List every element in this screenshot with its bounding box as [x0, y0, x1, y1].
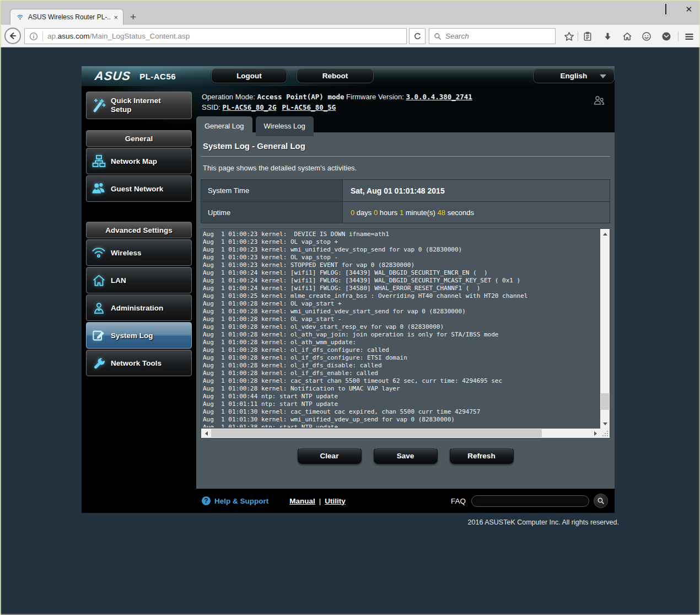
system-log-icon — [87, 328, 111, 343]
scroll-down-icon[interactable] — [600, 419, 610, 429]
browser-chrome: ASUS Wireless Router PL-... × + ✕ ap.asu… — [0, 0, 700, 47]
sidebar-item-system-log[interactable]: System Log — [86, 322, 192, 349]
sidebar-item-administration[interactable]: Administration — [86, 295, 192, 321]
router-ui: ASUS PL-AC56 Logout Reboot English — [82, 66, 615, 513]
sidebar-item-label: LAN — [111, 276, 126, 285]
system-log-textarea[interactable]: Aug 1 01:00:23 kernel: DEVICE IS DOWN if… — [201, 228, 610, 438]
firmware-label: Firmware Version: — [344, 93, 406, 101]
tab-general-log[interactable]: General Log — [196, 116, 252, 136]
sidebar-item-wireless[interactable]: Wireless — [86, 239, 192, 266]
browser-tab[interactable]: ASUS Wireless Router PL-... × — [10, 9, 123, 25]
sidebar-item-label: System Log — [111, 331, 153, 340]
sidebar-section-advanced-settings: Advanced Settings — [86, 222, 192, 238]
toolbar-separator — [678, 31, 679, 41]
uptime-value: 0 days 0 hours 1 minute(s) 48 seconds — [342, 202, 610, 223]
magic-wand-icon — [87, 97, 111, 114]
pocket-icon[interactable] — [661, 31, 672, 42]
tab-close-icon[interactable]: × — [114, 13, 118, 22]
url-text: ap.asus.com/Main_LogStatus_Content.asp — [47, 32, 190, 40]
clear-button[interactable]: Clear — [298, 447, 362, 464]
faq-search-button[interactable] — [594, 494, 608, 508]
save-button[interactable]: Save — [374, 447, 438, 464]
uptime-text: minute(s) — [403, 208, 437, 217]
feedback-smiley-icon[interactable] — [641, 31, 652, 42]
sidebar-item-label: Network Tools — [111, 359, 161, 367]
horizontal-scroll-thumb[interactable] — [211, 429, 542, 437]
scroll-up-icon[interactable] — [600, 229, 610, 238]
system-time-label: System Time — [201, 180, 342, 201]
reading-list-icon[interactable] — [582, 31, 593, 42]
site-info-icon[interactable] — [29, 32, 38, 41]
horizontal-scrollbar[interactable] — [201, 429, 600, 438]
ssid-5g-link[interactable]: PL-AC56_80_5G — [282, 103, 336, 111]
sidebar-item-lan[interactable]: LAN — [86, 267, 192, 293]
section-title: Advanced Settings — [105, 226, 173, 234]
vertical-scrollbar[interactable] — [600, 229, 610, 429]
sidebar-item-quick-internet-setup[interactable]: Quick Internet Setup — [86, 92, 192, 119]
ssid-label: SSID: — [202, 103, 223, 111]
browser-search[interactable] — [429, 28, 556, 44]
tab-wireless-log[interactable]: Wireless Log — [256, 116, 314, 136]
url-bar[interactable]: ap.asus.com/Main_LogStatus_Content.asp — [24, 28, 407, 44]
utility-link[interactable]: Utility — [325, 497, 346, 505]
close-button[interactable]: ✕ — [685, 6, 692, 13]
search-input[interactable] — [445, 32, 551, 40]
uptime-minutes: 1 — [400, 208, 403, 217]
uptime-seconds: 48 — [438, 208, 445, 217]
firmware-version-link[interactable]: 3.0.0.4.380_2741 — [406, 93, 472, 101]
copyright-text: 2016 ASUSTeK Computer Inc. All rights re… — [468, 518, 619, 526]
manual-link[interactable]: Manual — [289, 497, 315, 505]
bookmark-star-icon[interactable] — [563, 31, 574, 42]
page-background: ASUS PL-AC56 Logout Reboot English — [0, 47, 700, 615]
log-tabs: General Log Wireless Log — [196, 116, 615, 136]
language-value: English — [561, 72, 588, 80]
home-icon[interactable] — [622, 31, 633, 42]
search-icon — [597, 497, 605, 505]
system-time-value: Sat, Aug 01 01:01:48 2015 — [342, 180, 610, 201]
logout-button[interactable]: Logout — [211, 68, 287, 83]
help-question-icon: ? — [202, 496, 211, 505]
sidebar-item-network-map[interactable]: Network Map — [86, 148, 192, 174]
scroll-right-icon[interactable] — [591, 429, 600, 438]
section-title: General — [125, 135, 153, 143]
url-subdomain: ap. — [47, 32, 58, 40]
clients-icon — [593, 95, 606, 106]
toolbar-separator — [578, 31, 578, 41]
device-status: Operation Mode: Access Point(AP) mode Fi… — [196, 86, 615, 113]
downloads-icon[interactable] — [602, 31, 613, 42]
reload-button[interactable] — [409, 28, 426, 44]
admin-person-icon — [87, 301, 111, 315]
ssid-2g-link[interactable]: PL-AC56_80_2G — [223, 103, 277, 111]
operation-mode-value: Access Point(AP) mode — [257, 93, 344, 101]
menu-hamburger-icon[interactable] — [683, 31, 694, 42]
refresh-button[interactable]: Refresh — [450, 447, 514, 464]
chevron-down-icon — [600, 74, 606, 82]
uptime-text: days — [354, 208, 374, 217]
vertical-scroll-thumb[interactable] — [601, 393, 609, 410]
page-description: This page shows the detailed system's ac… — [203, 164, 608, 172]
url-domain: asus.com — [58, 32, 90, 40]
footer-divider: | — [319, 497, 321, 505]
browser-navbar: ap.asus.com/Main_LogStatus_Content.asp — [0, 25, 700, 47]
help-support-link[interactable]: Help & Support — [214, 497, 268, 505]
url-separator — [42, 31, 43, 41]
router-banner: ASUS PL-AC56 Logout Reboot English — [82, 66, 615, 86]
status-table: System Time Sat, Aug 01 01:01:48 2015 Up… — [201, 179, 610, 223]
main-area: Operation Mode: Access Point(AP) mode Fi… — [196, 86, 615, 513]
asus-logo: ASUS — [94, 69, 132, 83]
scroll-left-icon[interactable] — [201, 429, 211, 438]
sidebar-item-network-tools[interactable]: Network Tools — [86, 350, 192, 376]
router-footer: ? Help & Support Manual | Utility FAQ — [196, 489, 615, 513]
maximize-button[interactable] — [665, 4, 666, 14]
sidebar: Quick Internet Setup General Network Map — [82, 86, 196, 513]
back-button[interactable] — [4, 28, 21, 44]
faq-search-input[interactable] — [471, 495, 589, 507]
resize-grip[interactable] — [600, 429, 610, 438]
new-tab-button[interactable]: + — [130, 11, 136, 23]
tab-strip: ASUS Wireless Router PL-... × + ✕ — [0, 0, 700, 25]
sidebar-item-guest-network[interactable]: Guest Network — [86, 175, 192, 202]
url-path: /Main_LogStatus_Content.asp — [90, 32, 190, 40]
language-dropdown[interactable]: English — [533, 68, 615, 83]
reboot-button[interactable]: Reboot — [297, 68, 374, 83]
model-name: PL-AC56 — [139, 72, 176, 81]
